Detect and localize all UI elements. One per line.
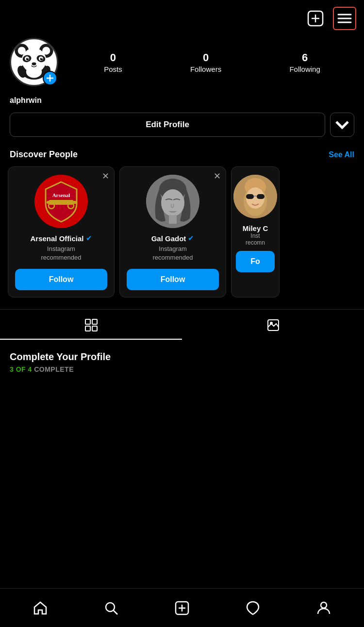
svg-rect-46 xyxy=(85,326,90,331)
followers-count: 0 xyxy=(203,51,209,64)
profile-section: 0 Posts 0 Followers 6 Following xyxy=(0,34,364,94)
complete-profile-section: Complete Your Profile 3 OF 4 COMPLETE xyxy=(0,340,364,381)
close-card-gal[interactable]: ✕ xyxy=(214,172,221,181)
menu-button[interactable] xyxy=(333,7,356,30)
nav-profile[interactable] xyxy=(309,594,338,623)
svg-rect-36 xyxy=(169,215,177,224)
complete-profile-title: Complete Your Profile xyxy=(10,351,354,363)
nav-activity[interactable] xyxy=(238,594,267,623)
svg-text:Arsenal: Arsenal xyxy=(52,192,70,198)
suggest-card-miley: Miley C Inst recomn Fo xyxy=(231,166,280,297)
add-story-button[interactable] xyxy=(43,71,57,85)
arsenal-name-row: Arsenal Official ✔ xyxy=(30,234,92,243)
discover-title: Discover People xyxy=(10,149,78,160)
stats-row: 0 Posts 0 Followers 6 Following xyxy=(70,51,354,73)
cards-row: ✕ Arsenal xyxy=(0,166,364,307)
svg-line-51 xyxy=(114,610,117,614)
svg-point-55 xyxy=(321,602,327,608)
follow-arsenal-button[interactable]: Follow xyxy=(15,269,107,290)
suggest-card-gal: ✕ xyxy=(119,166,226,297)
posts-label: Posts xyxy=(104,65,122,73)
arsenal-avatar: Arsenal xyxy=(34,175,88,228)
following-stat[interactable]: 6 Following xyxy=(289,51,320,73)
complete-profile-label: COMPLETE xyxy=(34,365,74,373)
bottom-nav xyxy=(0,588,364,627)
header xyxy=(0,0,364,34)
svg-point-19 xyxy=(28,58,29,59)
username: alphrwin xyxy=(10,96,42,104)
nav-search[interactable] xyxy=(97,594,126,623)
nav-home[interactable] xyxy=(26,594,55,623)
svg-point-21 xyxy=(32,62,36,65)
svg-rect-44 xyxy=(85,319,90,324)
suggest-card-arsenal: ✕ Arsenal xyxy=(8,166,115,297)
svg-rect-47 xyxy=(92,326,97,331)
follow-miley-button[interactable]: Fo xyxy=(236,251,275,272)
following-label: Following xyxy=(289,65,320,73)
avatar-container xyxy=(10,38,58,86)
svg-rect-41 xyxy=(246,194,254,199)
tab-tagged[interactable] xyxy=(182,310,364,340)
gal-name: Gal Gadot xyxy=(151,234,186,243)
posts-count: 0 xyxy=(110,51,116,64)
add-story-header-button[interactable] xyxy=(304,7,327,30)
gal-subtitle: Instagramrecommended xyxy=(152,245,193,262)
miley-avatar xyxy=(233,175,277,218)
see-all-link[interactable]: See All xyxy=(329,150,354,159)
username-row: alphrwin xyxy=(0,94,364,113)
profile-tabs xyxy=(0,309,364,340)
posts-stat[interactable]: 0 Posts xyxy=(104,51,122,73)
arsenal-name: Arsenal Official xyxy=(30,234,83,243)
edit-profile-button[interactable]: Edit Profile xyxy=(10,113,325,137)
followers-stat[interactable]: 0 Followers xyxy=(190,51,221,73)
complete-profile-progress: 3 OF 4 COMPLETE xyxy=(10,365,354,373)
svg-point-18 xyxy=(40,58,43,60)
dropdown-button[interactable] xyxy=(330,113,354,137)
gal-verified-badge: ✔ xyxy=(188,234,194,243)
svg-rect-42 xyxy=(257,194,265,199)
nav-create[interactable] xyxy=(167,594,197,623)
svg-point-17 xyxy=(26,58,29,60)
complete-profile-count: 3 OF 4 xyxy=(10,365,32,373)
gal-avatar xyxy=(146,175,199,228)
miley-subtitle: Inst xyxy=(250,232,260,239)
svg-point-50 xyxy=(106,603,115,611)
close-card-arsenal[interactable]: ✕ xyxy=(102,172,109,181)
arsenal-subtitle: Instagramrecommended xyxy=(41,245,81,262)
edit-profile-row: Edit Profile xyxy=(0,113,364,147)
discover-header: Discover People See All xyxy=(0,147,364,166)
svg-point-20 xyxy=(41,58,42,59)
miley-subtitle2: recomn xyxy=(246,239,265,246)
svg-rect-45 xyxy=(92,319,97,324)
tab-grid[interactable] xyxy=(0,310,182,340)
miley-name: Miley C xyxy=(243,224,268,232)
following-count: 6 xyxy=(302,51,308,64)
follow-gal-button[interactable]: Follow xyxy=(127,269,219,290)
arsenal-verified-badge: ✔ xyxy=(86,234,92,243)
followers-label: Followers xyxy=(190,65,221,73)
gal-name-row: Gal Gadot ✔ xyxy=(151,234,195,243)
